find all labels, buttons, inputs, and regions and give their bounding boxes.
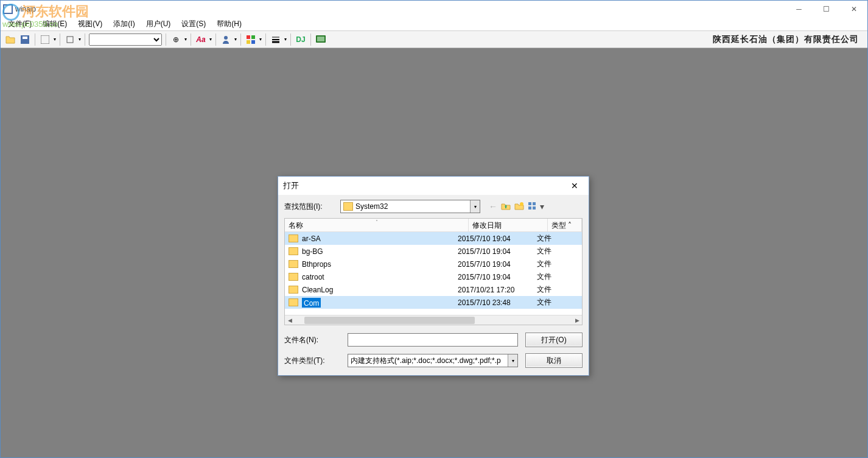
svg-rect-15 xyxy=(317,37,324,41)
folder-icon xyxy=(289,298,298,306)
menu-view[interactable]: 视图(V) xyxy=(73,18,107,30)
dialog-close-button[interactable]: ✕ xyxy=(565,178,584,193)
svg-point-6 xyxy=(224,36,228,40)
dj-icon[interactable]: DJ xyxy=(295,33,307,46)
menu-file[interactable]: 文件(F) xyxy=(3,18,37,30)
toolbar: ▾ ▾ ⊕ ▾ Aa ▾ ▾ ▾ ▾ DJ 陕西延 xyxy=(1,31,867,48)
separator xyxy=(191,33,191,46)
menu-user[interactable]: 用户(U) xyxy=(141,18,176,30)
folder-icon xyxy=(289,286,298,294)
folder-icon xyxy=(343,202,353,211)
svg-rect-7 xyxy=(247,35,250,39)
svg-rect-1 xyxy=(4,5,12,13)
separator xyxy=(265,33,266,46)
dropdown-icon[interactable]: ▾ xyxy=(79,37,81,42)
look-in-label: 查找范围(I): xyxy=(284,202,340,212)
list-item[interactable]: Bthprops 2015/7/10 19:04 文件 xyxy=(285,258,582,270)
zoom-icon[interactable]: ⊕ xyxy=(170,33,182,46)
scroll-right-icon[interactable]: ▶ xyxy=(572,315,582,325)
dropdown-icon[interactable]: ▾ xyxy=(54,37,56,42)
list-item[interactable]: bg-BG 2015/7/10 19:04 文件 xyxy=(285,245,582,258)
dropdown-icon[interactable]: ▾ xyxy=(209,37,212,42)
dialog-title: 打开 xyxy=(283,180,299,191)
cancel-button[interactable]: 取消 xyxy=(525,353,583,368)
svg-rect-3 xyxy=(23,37,27,39)
save-icon[interactable] xyxy=(19,33,31,46)
file-list-body[interactable]: ar-SA 2015/7/10 19:04 文件 bg-BG 2015/7/10… xyxy=(285,232,582,315)
separator xyxy=(85,33,85,46)
company-name: 陕西延长石油（集团）有限责任公司 xyxy=(713,34,864,45)
up-one-level-icon[interactable] xyxy=(501,202,511,212)
tool-icon-1[interactable] xyxy=(39,33,51,46)
dropdown-icon[interactable]: ▾ xyxy=(540,202,544,211)
filename-label: 文件名(N): xyxy=(284,335,340,345)
close-button[interactable]: ✕ xyxy=(840,1,867,18)
color-grid-icon[interactable] xyxy=(245,33,257,46)
statusbar xyxy=(1,455,867,457)
maximize-button[interactable]: ☐ xyxy=(813,1,840,18)
minimize-button[interactable]: ─ xyxy=(785,1,813,18)
menu-help[interactable]: 帮助(H) xyxy=(212,18,247,30)
app-title: winaip xyxy=(15,5,36,13)
dropdown-icon[interactable]: ▾ xyxy=(284,37,287,42)
svg-rect-8 xyxy=(251,35,255,39)
column-name[interactable]: 名称˄ xyxy=(285,219,469,231)
separator xyxy=(35,33,35,46)
separator xyxy=(166,33,166,46)
open-dialog: 打开 ✕ 查找范围(I): System32 ▾ ← xyxy=(278,176,589,376)
look-in-combo[interactable]: System32 ▾ xyxy=(340,200,480,213)
tool-icon-2[interactable] xyxy=(64,33,76,46)
column-date[interactable]: 修改日期 xyxy=(469,219,548,231)
open-folder-icon[interactable] xyxy=(4,33,16,46)
menu-add[interactable]: 添加(I) xyxy=(108,18,139,30)
dialog-titlebar: 打开 ✕ xyxy=(278,177,589,195)
dropdown-icon[interactable]: ▾ xyxy=(508,354,517,367)
list-item[interactable]: ar-SA 2015/7/10 19:04 文件 xyxy=(285,232,582,245)
titlebar: winaip ─ ☐ ✕ xyxy=(1,1,867,18)
new-folder-icon[interactable] xyxy=(514,202,524,212)
svg-rect-10 xyxy=(251,40,255,44)
scroll-thumb[interactable] xyxy=(304,317,475,324)
folder-icon xyxy=(289,260,298,268)
column-type[interactable]: 类型 ˄ xyxy=(548,219,582,231)
list-item[interactable]: catroot 2015/7/10 19:04 文件 xyxy=(285,270,582,283)
folder-icon xyxy=(289,247,298,255)
separator xyxy=(215,33,216,46)
filename-input[interactable] xyxy=(348,333,518,347)
svg-rect-5 xyxy=(67,37,73,43)
menu-settings[interactable]: 设置(S) xyxy=(177,18,211,30)
rename-input[interactable]: Com xyxy=(302,298,321,308)
screen-icon[interactable] xyxy=(315,33,327,46)
menu-edit[interactable]: 编辑(E) xyxy=(38,18,72,30)
menubar: 文件(F) 编辑(E) 视图(V) 添加(I) 用户(U) 设置(S) 帮助(H… xyxy=(1,18,867,31)
font-style-icon[interactable]: Aa xyxy=(195,33,207,46)
look-in-value: System32 xyxy=(355,202,388,211)
dropdown-icon[interactable]: ▾ xyxy=(470,200,480,213)
list-item-selected[interactable]: Com 2015/7/10 23:48 文件 xyxy=(285,296,582,309)
horizontal-scrollbar[interactable]: ◀ ▶ xyxy=(285,315,582,325)
filetype-label: 文件类型(T): xyxy=(284,356,340,366)
file-list-header: 名称˄ 修改日期 类型 ˄ xyxy=(285,219,582,232)
folder-icon xyxy=(289,273,298,281)
list-item[interactable]: CleanLog 2017/10/21 17:20 文件 xyxy=(285,283,582,296)
user-icon[interactable] xyxy=(220,33,232,46)
svg-point-16 xyxy=(520,202,523,206)
dropdown-icon[interactable]: ▾ xyxy=(184,37,187,42)
dropdown-icon[interactable]: ▾ xyxy=(234,37,237,42)
svg-rect-20 xyxy=(533,206,536,210)
font-selector[interactable] xyxy=(89,33,162,46)
open-button[interactable]: 打开(O) xyxy=(525,333,583,347)
view-menu-icon[interactable] xyxy=(528,202,536,212)
filetype-combo[interactable]: 内建支持格式(*.aip;*.doc;*.docx;*.dwg;*.pdf;*.… xyxy=(348,354,518,367)
separator xyxy=(310,33,311,46)
svg-rect-9 xyxy=(247,40,250,44)
svg-rect-4 xyxy=(41,35,49,44)
file-list: 名称˄ 修改日期 类型 ˄ ar-SA 2015/7/10 19:04 文件 b… xyxy=(284,218,583,325)
workspace: 打开 ✕ 查找范围(I): System32 ▾ ← xyxy=(1,48,867,455)
app-icon xyxy=(3,4,13,14)
line-weight-icon[interactable] xyxy=(270,33,282,46)
scroll-left-icon[interactable]: ◀ xyxy=(285,315,295,325)
svg-rect-19 xyxy=(528,206,531,210)
back-icon[interactable]: ← xyxy=(489,202,497,211)
dropdown-icon[interactable]: ▾ xyxy=(259,37,262,42)
